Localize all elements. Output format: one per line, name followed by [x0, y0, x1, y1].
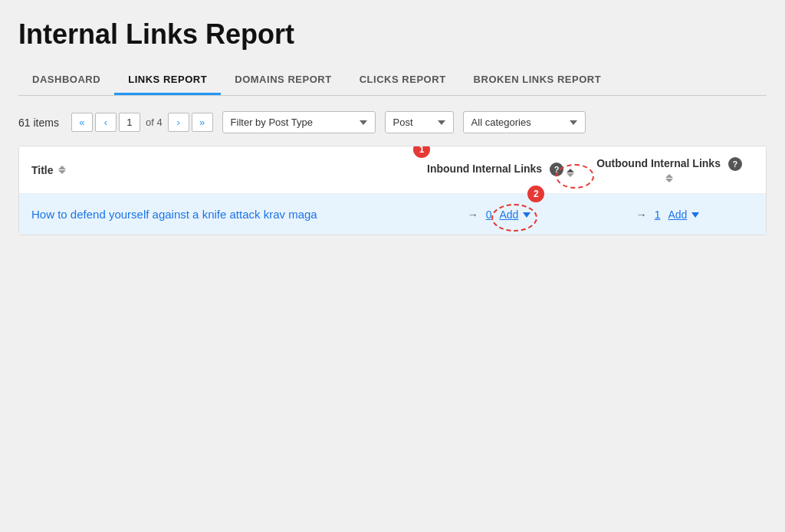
pag-last-btn[interactable]: »	[192, 113, 213, 132]
filter-categories-select[interactable]: All categories	[463, 111, 586, 133]
inbound-count[interactable]: 0	[486, 209, 492, 221]
outbound-sort-arrows[interactable]	[596, 174, 742, 182]
outbound-dropdown-arrow-btn[interactable]	[688, 207, 702, 222]
inbound-sort-arrow-up	[567, 169, 574, 172]
outbound-sort-arrow-up	[665, 174, 673, 178]
annotation-badge-2: 2	[527, 186, 544, 202]
pag-current-btn[interactable]: 1	[119, 113, 140, 132]
tab-dashboard[interactable]: DASHBOARD	[18, 66, 114, 95]
page-title: Internal Links Report	[18, 18, 767, 51]
pag-of-label: of 4	[143, 117, 166, 128]
pag-prev-btn[interactable]: ‹	[95, 113, 117, 132]
row-title-cell: How to defend yourself against a knife a…	[31, 206, 416, 222]
sort-arrow-down	[58, 170, 66, 174]
col-outbound-cell: → 1 Add	[585, 207, 754, 222]
filter-post-select[interactable]: Post	[385, 111, 454, 133]
inbound-add-btn[interactable]: Add	[499, 209, 518, 221]
col-outbound-label: Outbound Internal Links	[596, 157, 721, 169]
outbound-add-btn[interactable]: Add	[668, 209, 687, 221]
inbound-dropdown-arrow-btn[interactable]	[520, 207, 534, 222]
pagination: « ‹ 1 of 4 › »	[71, 113, 213, 132]
col-header-title: Title	[31, 157, 416, 182]
outbound-dropdown-arrow-icon	[691, 212, 699, 218]
pag-next-btn[interactable]: ›	[168, 113, 189, 132]
title-sort-arrows[interactable]	[58, 166, 66, 174]
outbound-count[interactable]: 1	[655, 209, 661, 221]
pag-first-btn[interactable]: «	[71, 113, 93, 132]
tab-links-report[interactable]: LINKS REPORT	[114, 66, 221, 95]
inbound-help-icon[interactable]: ?	[550, 163, 563, 176]
filter-post-type-select[interactable]: Filter by Post Type	[222, 111, 376, 133]
col-inbound-cell: → 0 Add 2	[416, 207, 585, 222]
col-inbound-label: Inbound Internal Links	[427, 163, 542, 175]
tab-domains-report[interactable]: DOMAINS REPORT	[221, 66, 345, 95]
table-header: Title 1 Inbound Internal Links ?	[19, 146, 766, 194]
outbound-arrow-icon: →	[636, 209, 647, 221]
outbound-help-icon[interactable]: ?	[728, 157, 742, 171]
inbound-add-wrap: Add 2	[499, 207, 534, 222]
col-header-outbound: Outbound Internal Links ?	[585, 157, 754, 182]
col-title-label: Title	[31, 164, 54, 176]
toolbar: 61 items « ‹ 1 of 4 › » Filter by Post T…	[18, 111, 767, 133]
items-count: 61 items	[18, 117, 59, 129]
inbound-sort-arrows[interactable]	[567, 169, 574, 177]
content-area: 61 items « ‹ 1 of 4 › » Filter by Post T…	[18, 96, 767, 251]
table-row: How to defend yourself against a knife a…	[19, 194, 766, 235]
post-title-link[interactable]: How to defend yourself against a knife a…	[31, 208, 317, 221]
nav-tabs: DASHBOARD LINKS REPORT DOMAINS REPORT CL…	[18, 66, 767, 96]
inbound-dropdown-arrow-icon	[523, 212, 530, 218]
inbound-sort-arrow-down	[567, 173, 574, 177]
page-wrapper: Internal Links Report DASHBOARD LINKS RE…	[0, 0, 785, 532]
tab-clicks-report[interactable]: CLICKS REPORT	[346, 66, 460, 95]
sort-arrow-up	[58, 166, 66, 169]
outbound-add-wrap: Add	[668, 207, 702, 222]
outbound-sort-arrow-down	[665, 179, 673, 182]
inbound-arrow-icon: →	[468, 209, 478, 221]
tab-broken-links-report[interactable]: BROKEN LINKS REPORT	[460, 66, 616, 95]
annotation-badge-1: 1	[413, 146, 430, 158]
table-container: Title 1 Inbound Internal Links ?	[18, 146, 767, 235]
col-header-inbound: 1 Inbound Internal Links ?	[416, 157, 585, 182]
